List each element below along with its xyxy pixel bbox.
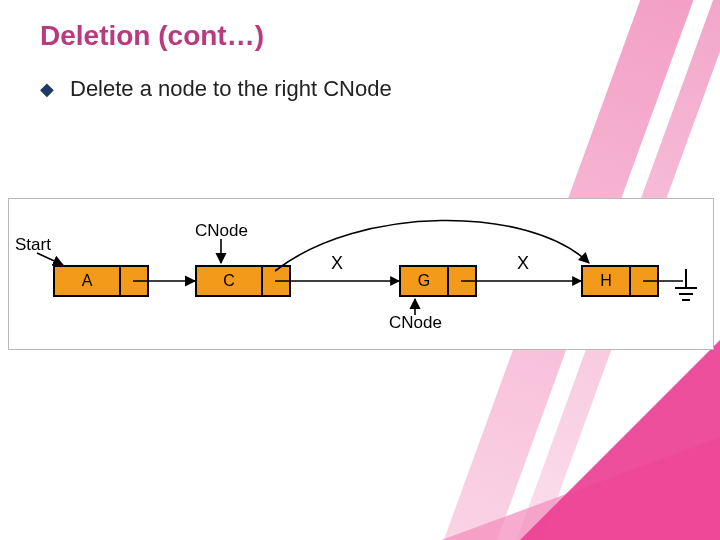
node-value: G	[399, 265, 449, 297]
node-pointer	[449, 265, 477, 297]
node-value: C	[195, 265, 263, 297]
node-value: H	[581, 265, 631, 297]
bullet-text: Delete a node to the right CNode	[70, 76, 392, 102]
node-pointer	[631, 265, 659, 297]
broken-link-mark: X	[331, 253, 343, 274]
bullet-item: ◆ Delete a node to the right CNode	[40, 76, 392, 102]
label-cnode-bottom: CNode	[389, 313, 442, 333]
label-cnode-top: CNode	[195, 221, 248, 241]
broken-link-mark: X	[517, 253, 529, 274]
node-pointer	[263, 265, 291, 297]
linked-list-diagram: Start CNode CNode A C G H X X	[8, 198, 714, 350]
decor-triangle	[500, 320, 720, 540]
diamond-bullet-icon: ◆	[40, 78, 54, 100]
node-pointer	[121, 265, 149, 297]
label-start: Start	[15, 235, 51, 255]
list-node-h: H	[581, 265, 659, 297]
page-title: Deletion (cont…)	[40, 20, 264, 52]
list-node-a: A	[53, 265, 149, 297]
node-value: A	[53, 265, 121, 297]
list-node-g: G	[399, 265, 477, 297]
list-node-c: C	[195, 265, 291, 297]
slide: Deletion (cont…) ◆ Delete a node to the …	[0, 0, 720, 540]
